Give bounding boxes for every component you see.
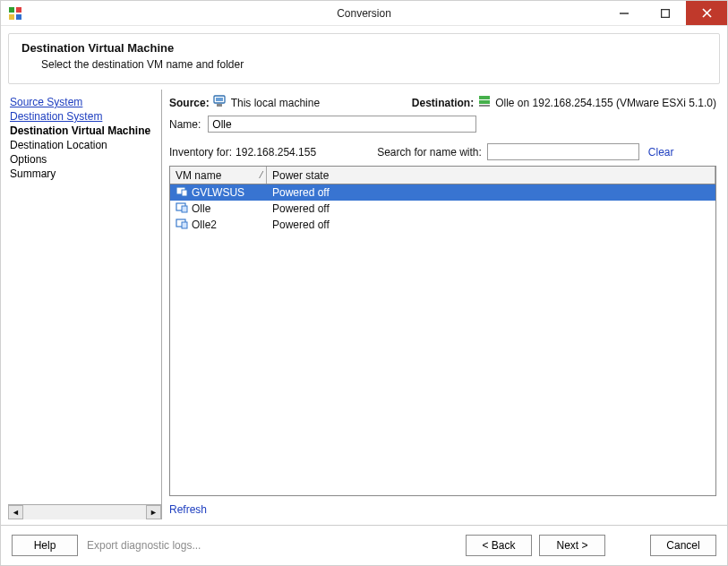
- inventory-row: Inventory for: 192.168.254.155 Search fo…: [169, 143, 716, 160]
- server-icon: [477, 95, 492, 110]
- page-header: Destination Virtual Machine Select the d…: [8, 33, 720, 84]
- step-destination-location: Destination Location: [10, 138, 161, 152]
- inventory-host: 192.168.254.155: [236, 146, 316, 159]
- vm-name: Olle: [192, 202, 210, 215]
- step-options: Options: [10, 152, 161, 167]
- clear-link[interactable]: Clear: [648, 146, 674, 159]
- svg-rect-10: [217, 104, 222, 107]
- page-title: Destination Virtual Machine: [21, 41, 707, 55]
- wizard-body: Source System Destination System Destina…: [8, 90, 720, 519]
- vm-icon: [176, 219, 188, 232]
- vm-icon: [176, 186, 188, 200]
- table-row[interactable]: Olle2 Powered off: [170, 217, 715, 233]
- svg-rect-0: [9, 7, 14, 13]
- vm-icon: [176, 202, 188, 216]
- column-power-state-label: Power state: [272, 169, 329, 182]
- next-button[interactable]: Next >: [539, 535, 605, 556]
- column-vm-name[interactable]: VM name ∕: [170, 167, 267, 184]
- svg-rect-5: [662, 9, 670, 17]
- nav-buttons: < Back Next > Cancel: [466, 535, 716, 556]
- vm-power-state: Powered off: [267, 219, 715, 231]
- svg-rect-3: [16, 14, 21, 20]
- vm-power-state: Powered off: [267, 202, 715, 215]
- svg-rect-9: [216, 98, 223, 101]
- sort-ascending-icon: ∕: [261, 170, 262, 180]
- destination-label: Destination:: [412, 97, 474, 109]
- inventory-label: Inventory for:: [169, 146, 232, 159]
- main-panel: Source: This local machine Destination: …: [162, 90, 720, 519]
- svg-rect-15: [182, 190, 187, 196]
- source-label: Source:: [169, 97, 210, 109]
- source-destination-row: Source: This local machine Destination: …: [169, 95, 716, 110]
- export-logs-button: Export diagnostic logs...: [87, 539, 201, 552]
- svg-rect-1: [16, 7, 21, 13]
- column-power-state[interactable]: Power state: [267, 167, 715, 184]
- title-bar: Conversion: [1, 1, 727, 26]
- source-text: This local machine: [231, 97, 320, 109]
- step-summary: Summary: [10, 167, 161, 181]
- step-source-system[interactable]: Source System: [10, 95, 161, 109]
- refresh-link[interactable]: Refresh: [169, 503, 207, 516]
- step-list: Source System Destination System Destina…: [8, 90, 161, 504]
- vm-name-label: Name:: [169, 118, 201, 131]
- table-row[interactable]: GVLWSUS Powered off: [170, 184, 715, 201]
- minimize-button[interactable]: [604, 1, 645, 25]
- svg-rect-17: [182, 206, 187, 212]
- vm-power-state: Powered off: [267, 186, 715, 199]
- table-body: GVLWSUS Powered off Olle Powered off Oll…: [170, 184, 715, 495]
- window-title: Conversion: [337, 7, 391, 20]
- scroll-right-icon[interactable]: ►: [146, 505, 161, 519]
- svg-rect-13: [479, 105, 490, 107]
- svg-rect-19: [182, 222, 187, 228]
- svg-rect-11: [479, 96, 490, 99]
- close-button[interactable]: [686, 1, 727, 25]
- vm-name-row: Name:: [169, 116, 716, 133]
- back-button[interactable]: < Back: [466, 535, 532, 556]
- destination-text: Olle on 192.168.254.155 (VMware ESXi 5.1…: [495, 97, 716, 109]
- search-label: Search for name with:: [377, 146, 482, 159]
- vm-name: Olle2: [192, 219, 217, 231]
- vm-name: GVLWSUS: [192, 186, 244, 199]
- scroll-track[interactable]: [23, 505, 146, 519]
- step-destination-virtual-machine: Destination Virtual Machine: [10, 124, 161, 138]
- computer-icon: [213, 95, 227, 110]
- window-controls: [604, 1, 727, 25]
- scroll-left-icon[interactable]: ◄: [8, 505, 23, 519]
- steps-sidebar: Source System Destination System Destina…: [8, 90, 162, 519]
- cancel-button[interactable]: Cancel: [650, 535, 716, 556]
- table-header: VM name ∕ Power state: [170, 167, 715, 184]
- sidebar-scrollbar[interactable]: ◄ ►: [8, 504, 161, 519]
- vm-name-input[interactable]: [208, 116, 476, 133]
- maximize-button[interactable]: [645, 1, 686, 25]
- search-input[interactable]: [487, 143, 639, 160]
- page-subtitle: Select the destination VM name and folde…: [41, 58, 707, 71]
- svg-rect-12: [479, 100, 490, 104]
- app-icon: [8, 6, 22, 21]
- column-vm-name-label: VM name: [176, 169, 221, 182]
- svg-rect-2: [9, 14, 14, 20]
- help-button[interactable]: Help: [12, 535, 78, 556]
- step-destination-system[interactable]: Destination System: [10, 109, 161, 124]
- vm-inventory-table: VM name ∕ Power state GVLWSUS Powered of…: [169, 166, 716, 496]
- wizard-footer: Help Export diagnostic logs... < Back Ne…: [1, 525, 727, 564]
- table-row[interactable]: Olle Powered off: [170, 201, 715, 217]
